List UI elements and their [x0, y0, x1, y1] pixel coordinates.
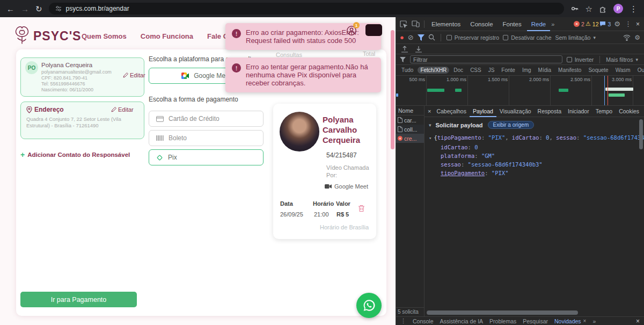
- chip-midia[interactable]: Mídia: [536, 67, 554, 74]
- close-drawer-icon[interactable]: ×: [636, 317, 640, 325]
- tab-cabecalhos[interactable]: Cabeçalhos: [433, 106, 469, 117]
- tab-visualizacao[interactable]: Visualização: [496, 106, 535, 117]
- appointment-summary-card: Polyana Carvalho Cerqueira 54/215487 Víd…: [273, 104, 376, 239]
- delete-session-button[interactable]: [358, 205, 365, 214]
- export-har-icon[interactable]: [415, 46, 422, 53]
- site-settings-icon[interactable]: [55, 5, 62, 12]
- tab-resposta[interactable]: Resposta: [535, 106, 565, 117]
- add-responsible-button[interactable]: + Adicionar Contato do Responsável: [20, 150, 130, 159]
- address-bar[interactable]: psycs.com.br/agendar: [49, 3, 564, 15]
- edit-contact-button[interactable]: Editar: [123, 72, 145, 78]
- view-source-button[interactable]: Exibir a origem: [488, 121, 535, 129]
- disable-cache-checkbox[interactable]: Desativar cache: [503, 34, 551, 41]
- more-tabs-chevron[interactable]: »: [551, 21, 554, 27]
- device-toolbar-icon[interactable]: [410, 20, 421, 27]
- clear-icon[interactable]: ⊘: [408, 33, 414, 41]
- status-novidades[interactable]: Novidades ×: [554, 318, 586, 324]
- edit-address-button[interactable]: Editar: [111, 106, 134, 113]
- extensions-icon[interactable]: [599, 5, 607, 13]
- whatsapp-button[interactable]: [356, 293, 382, 318]
- nav-como-funciona[interactable]: Como Funciona: [141, 32, 193, 40]
- request-bar: [427, 89, 444, 92]
- network-overview-timeline[interactable]: 500 ms 1.000 ms 1.500 ms 2.000 ms 2.500 …: [396, 76, 644, 106]
- status-ai[interactable]: Assistência de IA: [440, 318, 484, 324]
- chip-outro[interactable]: Outro: [635, 67, 644, 74]
- filter-icon[interactable]: [418, 34, 425, 41]
- tab-console[interactable]: Console: [466, 17, 497, 31]
- more-panels-chevron[interactable]: »: [592, 318, 596, 324]
- request-row-failed-selected[interactable]: ✕ cre...: [396, 134, 424, 143]
- close-icon[interactable]: ×: [583, 318, 587, 324]
- request-row[interactable]: car...: [396, 115, 424, 125]
- chip-soquete[interactable]: Soquete: [586, 67, 611, 74]
- invert-checkbox[interactable]: Inverter: [567, 56, 594, 63]
- credit-card-option[interactable]: Cartão de Crédito: [149, 111, 264, 127]
- chip-fonte[interactable]: Fonte: [499, 67, 518, 74]
- tab-cookies[interactable]: Cookies: [616, 106, 642, 117]
- timezone-note: Horário de Brasília: [320, 224, 369, 230]
- tab-fontes[interactable]: Fontes: [499, 17, 526, 31]
- throttling-select[interactable]: Sem limitação ▾: [555, 34, 598, 41]
- bookmark-star-icon[interactable]: ☆: [586, 5, 592, 13]
- error-toast-2[interactable]: ! Erro ao tentar gerar pagamento.Não há …: [225, 57, 381, 92]
- status-pesquisar[interactable]: Pesquisar: [523, 318, 548, 324]
- forward-button[interactable]: →: [21, 5, 29, 13]
- payload-preview-line[interactable]: ▾{tipoPagamento: "PIX", idCartao: 0, ses…: [429, 134, 644, 141]
- filter-input[interactable]: [410, 55, 562, 63]
- go-to-payment-button[interactable]: Ir para Pagamento: [20, 292, 137, 307]
- chip-doc[interactable]: Doc: [451, 67, 466, 74]
- chip-img[interactable]: Img: [519, 67, 534, 74]
- search-icon[interactable]: [428, 34, 435, 41]
- vertical-scrollbar[interactable]: [639, 119, 643, 149]
- devtools-close-icon[interactable]: ×: [634, 20, 642, 28]
- chip-fetch-xhr[interactable]: Fetch/XHR: [418, 67, 449, 74]
- request-row[interactable]: coll...: [396, 125, 424, 134]
- profile-avatar[interactable]: P: [613, 4, 623, 13]
- chip-css[interactable]: CSS: [467, 67, 484, 74]
- more-filters-button[interactable]: Mais filtros ▾: [606, 56, 640, 63]
- request-type-chips: Tudo Fetch/XHR Doc CSS JS Fonte Img Mídi…: [396, 65, 644, 76]
- request-payload-expander[interactable]: ▾ Solicitar payload: [429, 122, 483, 128]
- tab-rede[interactable]: Rede: [527, 17, 551, 31]
- browser-menu-icon[interactable]: ⋮: [630, 5, 638, 13]
- devtools-settings-icon[interactable]: ⚙: [612, 20, 623, 28]
- tab-iniciador[interactable]: Iniciador: [565, 106, 592, 117]
- password-key-icon[interactable]: [570, 4, 579, 13]
- record-icon[interactable]: ●: [400, 33, 404, 41]
- mobile-menu-button[interactable]: [365, 24, 382, 36]
- page-scrollbar[interactable]: [391, 30, 394, 149]
- nav-quem-somos[interactable]: Quem Somos: [82, 32, 127, 40]
- address-title: Endereço: [34, 106, 64, 113]
- pix-option[interactable]: Pix: [149, 149, 264, 165]
- chip-js[interactable]: JS: [486, 67, 497, 74]
- back-button[interactable]: ←: [6, 5, 14, 13]
- tab-tempo[interactable]: Tempo: [592, 106, 616, 117]
- status-console[interactable]: Console: [413, 318, 434, 324]
- inspect-icon[interactable]: [398, 20, 409, 28]
- network-conditions-icon[interactable]: [623, 34, 631, 41]
- chip-tudo[interactable]: Tudo: [399, 67, 416, 74]
- status-problemas[interactable]: Problemas: [489, 318, 516, 324]
- name-column-header[interactable]: Nome: [396, 106, 424, 115]
- notification-badge: 1: [353, 22, 360, 28]
- horizontal-scrollbar[interactable]: [427, 310, 578, 315]
- statusbar-menu-icon[interactable]: ⋮: [400, 317, 406, 324]
- tab-payload[interactable]: Payload: [470, 106, 496, 117]
- reload-button[interactable]: ↻: [35, 5, 42, 13]
- close-detail-icon[interactable]: ×: [426, 106, 433, 117]
- boleto-option[interactable]: Boleto: [149, 130, 264, 146]
- preserve-log-checkbox[interactable]: Preservar registro: [447, 34, 499, 41]
- toast-text: Erro ao tentar gerar pagamento.Não há ne…: [246, 63, 375, 87]
- chip-wasm[interactable]: Wasm: [613, 67, 633, 74]
- devtools-menu-icon[interactable]: ⋮: [624, 20, 633, 28]
- issues-badge[interactable]: 3: [599, 21, 611, 27]
- tab-elementos[interactable]: Elementos: [427, 17, 465, 31]
- network-main: Nome car... coll... ✕ cre... 5 solicita …: [396, 106, 644, 316]
- warnings-badge[interactable]: ⚠ 12: [586, 20, 599, 27]
- contact-cpf: CPF: 820.841.790-41: [41, 75, 122, 81]
- session-date: 26/09/25: [280, 211, 303, 218]
- errors-badge[interactable]: ✕ 2: [574, 21, 584, 27]
- network-settings-icon[interactable]: ⚙: [634, 34, 640, 41]
- chip-manifesto[interactable]: Manifesto: [555, 67, 584, 74]
- import-har-icon[interactable]: [401, 46, 408, 53]
